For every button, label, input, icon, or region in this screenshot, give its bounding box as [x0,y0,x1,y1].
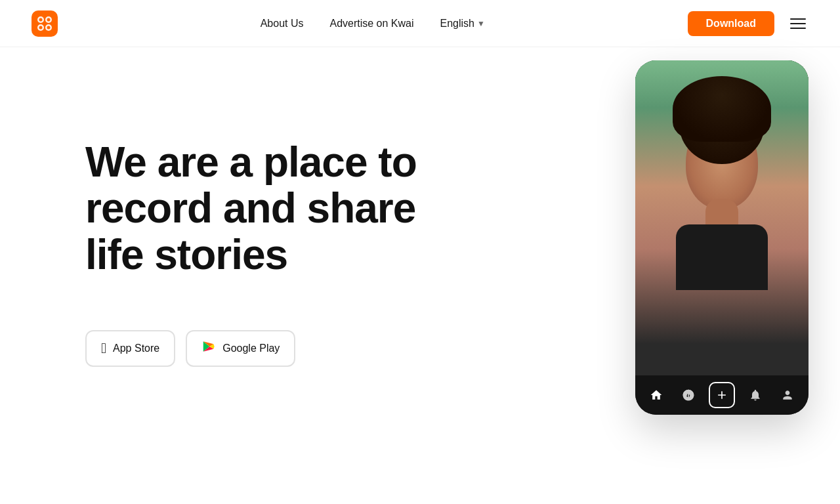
svg-point-8 [47,26,51,29]
hair-curls [673,76,771,142]
menu-line-1 [790,18,806,20]
apple-icon:  [101,340,106,357]
menu-line-3 [790,28,806,29]
google-play-button[interactable]: Google Play [186,330,295,367]
app-store-button[interactable]:  App Store [85,330,175,367]
phone-home-icon [644,383,668,407]
language-selector[interactable]: English ▼ [440,18,485,30]
kwai-logo-icon [32,10,58,37]
language-label: English [440,18,474,30]
hero-title: We are a place to record and share life … [85,139,453,278]
phone-plus-icon [709,382,735,408]
logo[interactable] [32,10,58,37]
svg-point-5 [39,18,43,21]
google-play-label: Google Play [222,343,280,354]
chevron-down-icon: ▼ [477,19,485,28]
main-nav: About Us Advertise on Kwai English ▼ [261,18,485,30]
phone-photo [635,60,808,375]
phone-mockup [635,60,808,415]
header: About Us Advertise on Kwai English ▼ Dow… [0,0,840,47]
hamburger-menu-button[interactable] [788,16,808,32]
phone-explore-icon [677,383,700,407]
phone-bell-icon [744,383,767,407]
main-content: We are a place to record and share life … [0,47,840,504]
phone-bottom-navbar [635,375,808,415]
header-actions: Download [688,11,808,36]
menu-line-2 [790,23,806,24]
about-us-link[interactable]: About Us [261,18,304,30]
svg-rect-0 [32,10,58,37]
phone-profile-icon [776,383,799,407]
google-play-icon [201,339,216,358]
app-store-label: App Store [113,343,159,354]
advertise-link[interactable]: Advertise on Kwai [329,18,413,30]
body [676,224,768,290]
svg-point-6 [47,18,51,21]
svg-point-7 [39,26,43,29]
download-button[interactable]: Download [688,11,774,36]
